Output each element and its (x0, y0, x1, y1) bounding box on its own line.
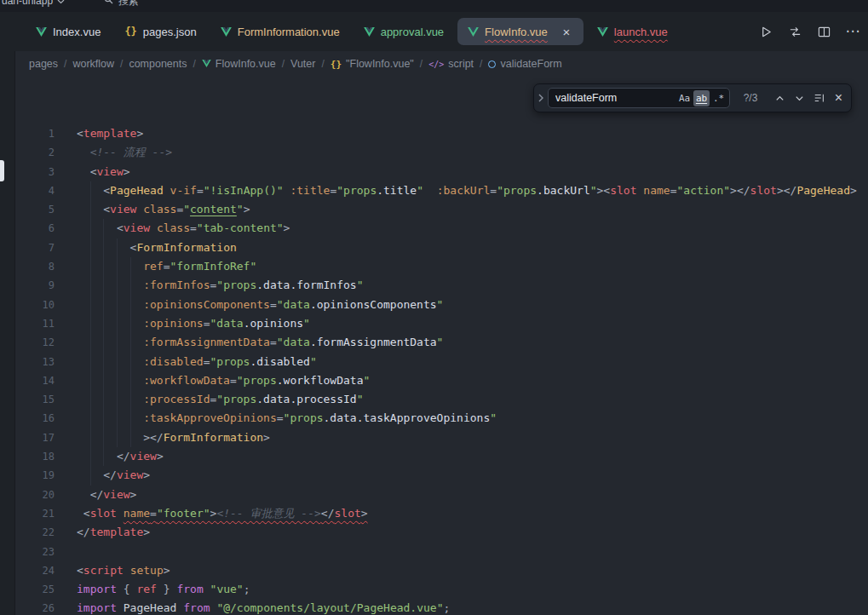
code-line[interactable]: 14:workflowData="props.workflowData" (15, 371, 868, 390)
code-line[interactable]: 13:disabled="props.disabled" (15, 353, 868, 371)
tab-Index.vue[interactable]: Index.vue (26, 18, 111, 45)
breadcrumb-item-script[interactable]: </>script (428, 58, 474, 70)
line-number[interactable]: 15 (15, 390, 55, 409)
code-token: .disabled (250, 355, 309, 368)
indent-guide (77, 447, 90, 466)
line-number[interactable]: 12 (15, 333, 55, 352)
toggle-replace-button[interactable] (534, 84, 548, 112)
code-line[interactable]: 15:processId="props.data.processId" (15, 390, 868, 409)
tab-FlowInfo.vue[interactable]: FlowInfo.vue× (457, 18, 583, 45)
line-number[interactable]: 17 (15, 428, 55, 447)
line-number[interactable]: 20 (15, 486, 55, 504)
code-token: PageHead (124, 601, 177, 614)
line-number[interactable]: 22 (15, 523, 55, 542)
indent-guide (117, 371, 130, 390)
line-number[interactable]: 26 (15, 599, 55, 615)
sidebar-drag-handle[interactable] (0, 160, 4, 181)
code-line[interactable]: 11:opinions="data.opinions" (15, 314, 868, 333)
code-token: " (437, 336, 444, 348)
find-close-button[interactable]: × (830, 89, 848, 107)
line-number[interactable]: 14 (15, 371, 55, 390)
line-number[interactable]: 6 (15, 219, 55, 238)
line-number[interactable]: 11 (15, 314, 55, 333)
project-name-menu[interactable]: dan-uniapp (2, 0, 65, 7)
breadcrumb-item-pages[interactable]: pages (29, 58, 58, 70)
code-line[interactable]: 10:opinionsComponents="data.opinionsComp… (15, 296, 868, 314)
code-line[interactable]: 21<slot name="footer"><!-- 审批意见 --></slo… (15, 504, 868, 523)
code-line[interactable]: 19</view> (15, 466, 868, 485)
line-number[interactable]: 16 (15, 409, 55, 428)
code-line[interactable]: 3<view> (15, 163, 868, 181)
code-line[interactable]: 9:formInfos="props.data.formInfos" (15, 276, 868, 295)
tab-approval.vue[interactable]: approval.vue (354, 18, 454, 45)
code-token: ref (143, 260, 163, 273)
code-line[interactable]: 7<FormInformation (15, 239, 868, 257)
line-number[interactable]: 1 (15, 124, 55, 143)
breadcrumb-separator: / (321, 58, 324, 70)
indent-guide (103, 333, 117, 352)
line-number[interactable]: 19 (15, 466, 55, 485)
code-line[interactable]: 25import { ref } from "vue"; (15, 580, 868, 599)
line-number[interactable]: 2 (15, 143, 55, 162)
indent-guide (130, 353, 144, 371)
tab-pages.json[interactable]: {}pages.json (114, 18, 206, 45)
code-token: ></ (730, 184, 750, 197)
breadcrumb-item-components[interactable]: components (129, 58, 187, 70)
line-number[interactable]: 9 (15, 276, 55, 295)
breadcrumb-item-FlowInfo.vue[interactable]: {}"FlowInfo.vue" (331, 58, 414, 70)
more-actions-icon[interactable]: ⋯ (844, 23, 861, 40)
tab-launch.vue[interactable]: launch.vue (587, 18, 678, 45)
code-line[interactable]: 12:formAssignmentData="data.formAssignme… (15, 333, 868, 352)
code-token: > (143, 526, 150, 538)
line-number[interactable]: 8 (15, 257, 55, 276)
code-line[interactable]: 5<view class="content"> (15, 200, 868, 219)
breadcrumb-item-workflow[interactable]: workflow (72, 58, 114, 70)
breadcrumb-item-Vuter[interactable]: Vuter (290, 58, 315, 70)
line-number[interactable]: 3 (15, 163, 55, 181)
line-number[interactable]: 25 (15, 580, 55, 599)
code-token: " (357, 393, 364, 405)
tab-FormInformation.vue[interactable]: FormInformation.vue (210, 18, 350, 45)
run-button[interactable] (757, 23, 774, 40)
breadcrumb-separator: / (282, 58, 285, 70)
global-search-button[interactable]: 搜索 (104, 0, 139, 9)
find-in-selection-button[interactable] (810, 89, 828, 107)
split-editor-icon[interactable] (815, 23, 832, 40)
whole-word-button[interactable]: ab (693, 90, 710, 106)
line-number[interactable]: 24 (15, 561, 55, 580)
code-line[interactable]: 20</view> (15, 486, 868, 504)
match-case-button[interactable]: Aa (676, 90, 693, 106)
code-line[interactable]: 2<!-- 流程 --> (15, 143, 868, 162)
code-token: .data.processId (256, 393, 356, 405)
editor[interactable]: 1<template>2<!-- 流程 -->3<view>4<PageHead… (15, 77, 868, 615)
code-line[interactable]: 22</template> (15, 523, 868, 542)
code-line[interactable]: 1<template> (15, 124, 868, 143)
code-line[interactable]: 17></FormInformation> (15, 428, 868, 447)
close-tab-icon[interactable]: × (560, 25, 573, 38)
breadcrumb-item-FlowInfo.vue[interactable]: FlowInfo.vue (202, 58, 276, 70)
line-number[interactable]: 7 (15, 239, 55, 257)
code-line[interactable]: 23 (15, 543, 868, 561)
code-line[interactable]: 6<view class="tab-content"> (15, 219, 868, 238)
line-number[interactable]: 18 (15, 447, 55, 466)
code-line[interactable]: 26import PageHead from "@/components/lay… (15, 599, 868, 615)
line-number[interactable]: 13 (15, 353, 55, 371)
line-number[interactable]: 10 (15, 296, 55, 314)
line-number[interactable]: 23 (15, 543, 55, 561)
line-number[interactable]: 4 (15, 181, 55, 200)
regex-button[interactable]: .* (710, 90, 727, 106)
code-line[interactable]: 18</view> (15, 447, 868, 466)
code-line[interactable]: 8ref="formInfoRef" (15, 257, 868, 276)
open-changes-icon[interactable] (786, 23, 803, 40)
indent-guide (117, 276, 130, 295)
line-number[interactable]: 5 (15, 200, 55, 219)
code-line[interactable]: 16:taskApproveOpinions="props.data.taskA… (15, 409, 868, 428)
code-token: .opinionsComponents (310, 298, 437, 311)
breadcrumb-item-validateForm[interactable]: validateForm (488, 58, 561, 70)
find-input[interactable]: validateForm Aa ab .* (548, 88, 730, 108)
find-previous-button[interactable] (771, 89, 789, 107)
code-line[interactable]: 24<script setup> (15, 561, 868, 580)
find-next-button[interactable] (790, 89, 808, 107)
line-number[interactable]: 21 (15, 504, 55, 523)
code-line[interactable]: 4<PageHead v-if="!isInApp()" :title="pro… (15, 181, 868, 200)
